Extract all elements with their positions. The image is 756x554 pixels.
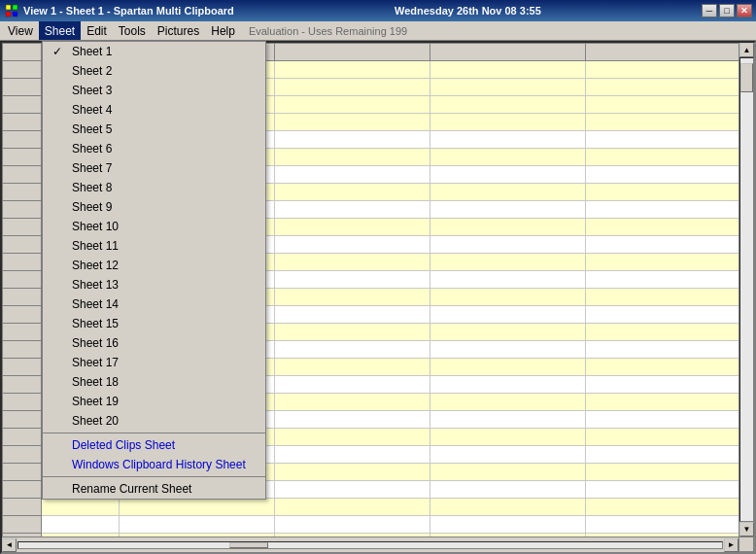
sheet-menu-item-11[interactable]: Sheet 11 <box>43 236 265 256</box>
sheet-menu-item-7[interactable]: Sheet 7 <box>43 158 265 178</box>
minimize-button[interactable]: ─ <box>702 4 717 17</box>
cell[interactable] <box>120 516 275 534</box>
cell[interactable] <box>430 464 586 481</box>
v-scroll-track[interactable] <box>739 57 754 522</box>
cell[interactable] <box>430 429 586 446</box>
sheet-menu-item-3[interactable]: Sheet 3 <box>43 81 265 100</box>
cell[interactable] <box>275 306 430 324</box>
cell[interactable] <box>430 184 586 201</box>
cell[interactable] <box>275 131 430 149</box>
cell[interactable] <box>42 499 120 516</box>
cell[interactable] <box>430 359 586 376</box>
cell[interactable] <box>586 289 739 306</box>
cell[interactable] <box>275 289 430 306</box>
sheet-menu-item-2[interactable]: Sheet 2 <box>43 61 265 81</box>
cell[interactable] <box>430 306 586 324</box>
cell[interactable] <box>275 359 430 376</box>
sheet-menu-windows[interactable]: Windows Clipboard History Sheet <box>43 455 265 474</box>
cell[interactable] <box>586 254 739 271</box>
menu-sheet[interactable]: Sheet <box>39 21 81 40</box>
cell[interactable] <box>275 219 430 236</box>
menu-edit[interactable]: Edit <box>81 21 113 40</box>
menu-tools[interactable]: Tools <box>113 21 152 40</box>
sheet-menu-rename[interactable]: Rename Current Sheet <box>43 479 265 499</box>
cell[interactable] <box>275 324 430 341</box>
sheet-menu-item-14[interactable]: Sheet 14 <box>43 294 265 314</box>
cell[interactable] <box>430 376 586 394</box>
cell[interactable] <box>430 131 586 149</box>
cell[interactable] <box>42 516 120 534</box>
cell[interactable] <box>275 166 430 184</box>
h-scroll-thumb[interactable] <box>229 542 268 548</box>
cell[interactable] <box>430 166 586 184</box>
table-row[interactable] <box>3 516 739 534</box>
sheet-menu-item-15[interactable]: Sheet 15 <box>43 314 265 333</box>
menu-view[interactable]: View <box>2 21 39 40</box>
cell[interactable] <box>430 114 586 131</box>
table-row[interactable] <box>3 499 739 516</box>
cell[interactable] <box>275 429 430 446</box>
cell[interactable] <box>586 79 739 96</box>
sheet-menu-item-9[interactable]: Sheet 9 <box>43 197 265 217</box>
cell[interactable] <box>430 271 586 289</box>
sheet-menu-item-1[interactable]: Sheet 1 <box>43 42 265 61</box>
h-scroll-track[interactable] <box>17 541 723 549</box>
cell[interactable] <box>430 394 586 411</box>
cell[interactable] <box>275 96 430 114</box>
cell[interactable] <box>586 184 739 201</box>
sheet-menu-item-10[interactable]: Sheet 10 <box>43 217 265 236</box>
scroll-left-button[interactable]: ◄ <box>2 538 17 552</box>
cell[interactable] <box>275 201 430 219</box>
cell[interactable] <box>120 499 275 516</box>
cell[interactable] <box>586 96 739 114</box>
cell[interactable] <box>430 324 586 341</box>
sheet-menu-item-12[interactable]: Sheet 12 <box>43 256 265 275</box>
cell[interactable] <box>586 201 739 219</box>
cell[interactable] <box>586 411 739 429</box>
cell[interactable] <box>275 516 430 534</box>
maximize-button[interactable]: □ <box>719 4 735 17</box>
cell[interactable] <box>430 79 586 96</box>
scroll-down-button[interactable]: ▼ <box>739 522 754 537</box>
close-button[interactable]: ✕ <box>737 4 752 17</box>
cell[interactable] <box>430 499 586 516</box>
v-scroll-thumb[interactable] <box>740 63 753 92</box>
menu-help[interactable]: Help <box>205 21 241 40</box>
cell[interactable] <box>275 411 430 429</box>
cell[interactable] <box>275 394 430 411</box>
cell[interactable] <box>586 394 739 411</box>
cell[interactable] <box>430 149 586 166</box>
cell[interactable] <box>430 481 586 499</box>
sheet-menu-item-4[interactable]: Sheet 4 <box>43 100 265 120</box>
cell[interactable] <box>275 184 430 201</box>
sheet-menu-item-19[interactable]: Sheet 19 <box>43 392 265 411</box>
sheet-menu-item-5[interactable]: Sheet 5 <box>43 120 265 139</box>
cell[interactable] <box>586 499 739 516</box>
cell[interactable] <box>430 341 586 359</box>
cell[interactable] <box>430 201 586 219</box>
cell[interactable] <box>430 516 586 534</box>
scroll-right-button[interactable]: ► <box>724 538 739 552</box>
cell[interactable] <box>430 61 586 79</box>
cell[interactable] <box>275 254 430 271</box>
cell[interactable] <box>586 114 739 131</box>
cell[interactable] <box>430 254 586 271</box>
cell[interactable] <box>586 324 739 341</box>
cell[interactable] <box>586 341 739 359</box>
cell[interactable] <box>586 481 739 499</box>
cell[interactable] <box>275 464 430 481</box>
sheet-menu-item-13[interactable]: Sheet 13 <box>43 275 265 294</box>
cell[interactable] <box>275 149 430 166</box>
cell[interactable] <box>586 149 739 166</box>
cell[interactable] <box>586 446 739 464</box>
cell[interactable] <box>275 446 430 464</box>
sheet-menu-item-16[interactable]: Sheet 16 <box>43 333 265 353</box>
menu-pictures[interactable]: Pictures <box>152 21 205 40</box>
cell[interactable] <box>586 429 739 446</box>
cell[interactable] <box>275 236 430 254</box>
cell[interactable] <box>586 166 739 184</box>
cell[interactable] <box>430 219 586 236</box>
cell[interactable] <box>586 516 739 534</box>
cell[interactable] <box>430 236 586 254</box>
scroll-up-button[interactable]: ▲ <box>739 43 754 57</box>
